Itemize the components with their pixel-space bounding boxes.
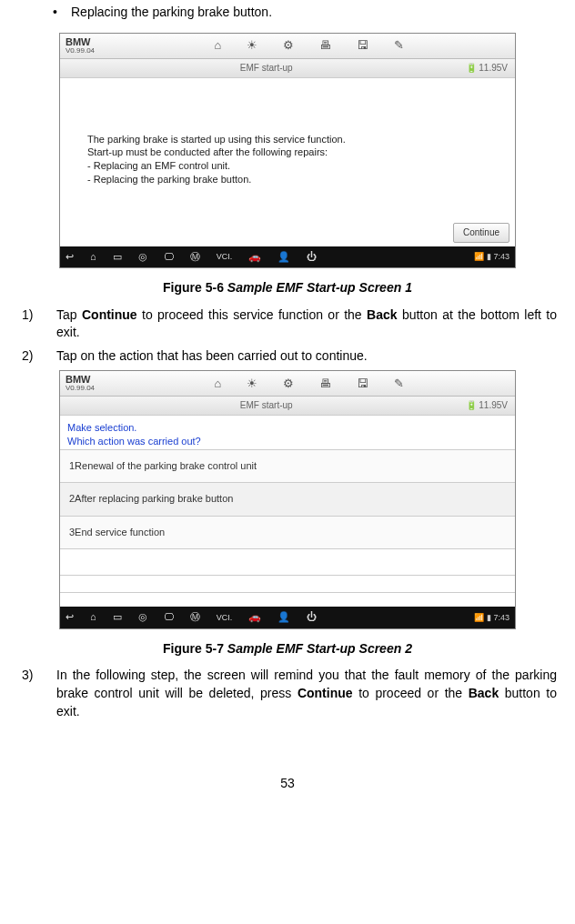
save-icon[interactable]: 🖫 bbox=[357, 37, 368, 54]
back-icon[interactable]: ↩ bbox=[66, 610, 74, 624]
m-icon[interactable]: Ⓜ bbox=[190, 610, 200, 624]
vci-label[interactable]: VCI. bbox=[217, 251, 233, 263]
battery-voltage: 🔋 11.95V bbox=[466, 62, 508, 75]
time-value: 7:43 bbox=[493, 613, 509, 622]
power-icon[interactable]: ⏻ bbox=[307, 610, 317, 624]
step-body: In the following step, the screen will r… bbox=[56, 667, 557, 720]
figure-5-7-caption: Figure 5-7 Sample EMF Start-up Screen 2 bbox=[18, 640, 557, 658]
pencil-icon[interactable]: ✎ bbox=[394, 376, 404, 392]
vci-label[interactable]: VCI. bbox=[217, 612, 233, 624]
subbar-title: EMF start-up bbox=[240, 62, 293, 75]
prompt-line2: Which action was carried out? bbox=[67, 435, 508, 447]
recent-icon[interactable]: ▭ bbox=[113, 250, 122, 264]
option-row-1[interactable]: 1Renewal of the parking brake control un… bbox=[60, 449, 515, 482]
app-top-toolbar: BMW V0.99.04 ⌂ ☀ ⚙ 🖶 🖫 ✎ bbox=[60, 34, 515, 59]
figure-5-6-screenshot: BMW V0.99.04 ⌂ ☀ ⚙ 🖶 🖫 ✎ EMF start-up 🔋 … bbox=[59, 33, 516, 268]
step-3: 3) In the following step, the screen wil… bbox=[18, 667, 557, 720]
sun-icon[interactable]: ☀ bbox=[247, 37, 257, 54]
step-body: Tap on the action that has been carried … bbox=[56, 347, 557, 366]
option-row-2[interactable]: 2After replacing parking brake button bbox=[60, 482, 515, 515]
step-marker: 1) bbox=[18, 306, 56, 342]
version-label: V0.99.04 bbox=[66, 385, 95, 392]
selection-prompt: Make selection. Which action was carried… bbox=[60, 416, 515, 449]
step-body: Tap Continue to proceed this service fun… bbox=[56, 306, 557, 342]
screenshot-body: Make selection. Which action was carried… bbox=[60, 416, 515, 607]
car-icon[interactable]: 🚗 bbox=[248, 610, 261, 624]
devices-icon[interactable]: 🖵 bbox=[164, 250, 174, 264]
step-1: 1) Tap Continue to proceed this service … bbox=[18, 306, 557, 342]
vehicle-brand-block: BMW V0.99.04 bbox=[66, 375, 95, 392]
subbar-title: EMF start-up bbox=[240, 399, 293, 412]
caption-prefix: Figure 5-7 bbox=[163, 641, 224, 656]
continue-word: Continue bbox=[298, 686, 353, 700]
toolbar-icon-row: ⌂ ☀ ⚙ 🖶 🖫 ✎ bbox=[109, 376, 509, 392]
vehicle-brand-block: BMW V0.99.04 bbox=[66, 37, 95, 55]
back-word: Back bbox=[469, 686, 499, 700]
continue-word: Continue bbox=[82, 307, 137, 322]
recent-icon[interactable]: ▭ bbox=[113, 610, 122, 624]
caption-text: Sample EMF Start-up Screen 2 bbox=[227, 641, 412, 656]
pencil-icon[interactable]: ✎ bbox=[394, 37, 404, 54]
screenshot-body: The parking brake is started up using th… bbox=[60, 78, 515, 246]
line3: - Replacing an EMF control unit. bbox=[87, 159, 488, 173]
back-icon[interactable]: ↩ bbox=[66, 250, 74, 264]
line4: - Replacing the parking brake button. bbox=[87, 173, 488, 186]
voltage-value: 11.95V bbox=[479, 400, 508, 410]
app-sub-bar: EMF start-up 🔋 11.95V bbox=[60, 397, 515, 416]
t: Tap bbox=[56, 307, 82, 322]
back-word: Back bbox=[367, 307, 397, 322]
step-2: 2) Tap on the action that has been carri… bbox=[18, 347, 557, 366]
save-icon[interactable]: 🖫 bbox=[357, 376, 368, 392]
person-icon[interactable]: 👤 bbox=[277, 250, 290, 264]
caption-text: Sample EMF Start-up Screen 1 bbox=[227, 280, 412, 295]
chrome-icon[interactable]: ◎ bbox=[138, 250, 147, 264]
bullet-marker: • bbox=[53, 4, 71, 22]
car-icon[interactable]: 🚗 bbox=[248, 250, 261, 264]
status-time: 📶 ▮ 7:43 bbox=[474, 612, 509, 624]
prompt-line1: Make selection. bbox=[67, 421, 508, 434]
gear-icon[interactable]: ⚙ bbox=[283, 37, 294, 54]
continue-button[interactable]: Continue bbox=[453, 223, 509, 243]
app-sub-bar: EMF start-up 🔋 11.95V bbox=[60, 59, 515, 78]
service-info-text: The parking brake is started up using th… bbox=[87, 133, 488, 186]
figure-5-6-caption: Figure 5-6 Sample EMF Start-up Screen 1 bbox=[18, 279, 557, 297]
bullet-text: Replacing the parking brake button. bbox=[71, 4, 272, 22]
home-icon[interactable]: ⌂ bbox=[90, 610, 96, 624]
power-icon[interactable]: ⏻ bbox=[307, 250, 317, 264]
blank-row bbox=[60, 548, 515, 575]
person-icon[interactable]: 👤 bbox=[277, 610, 290, 624]
bullet-item: • Replacing the parking brake button. bbox=[53, 4, 557, 22]
version-label: V0.99.04 bbox=[66, 47, 95, 55]
toolbar-icon-row: ⌂ ☀ ⚙ 🖶 🖫 ✎ bbox=[109, 37, 509, 54]
gear-icon[interactable]: ⚙ bbox=[283, 376, 294, 392]
option-row-3[interactable]: 3End service function bbox=[60, 516, 515, 548]
line2: Start-up must be conducted after the fol… bbox=[87, 146, 488, 159]
home-icon[interactable]: ⌂ bbox=[215, 37, 222, 54]
brand-label: BMW bbox=[66, 37, 95, 47]
page-number: 53 bbox=[18, 775, 557, 793]
step-marker: 2) bbox=[18, 347, 56, 366]
print-icon[interactable]: 🖶 bbox=[319, 376, 331, 392]
print-icon[interactable]: 🖶 bbox=[319, 37, 331, 54]
app-top-toolbar: BMW V0.99.04 ⌂ ☀ ⚙ 🖶 🖫 ✎ bbox=[60, 371, 515, 397]
devices-icon[interactable]: 🖵 bbox=[164, 610, 174, 624]
figure-5-7-screenshot: BMW V0.99.04 ⌂ ☀ ⚙ 🖶 🖫 ✎ EMF start-up 🔋 … bbox=[59, 370, 516, 628]
blank-row bbox=[60, 575, 515, 593]
system-bottom-bar: ↩ ⌂ ▭ ◎ 🖵 Ⓜ VCI. 🚗 👤 ⏻ 📶 ▮ 7:43 bbox=[60, 607, 515, 628]
voltage-value: 11.95V bbox=[479, 63, 508, 73]
home-icon[interactable]: ⌂ bbox=[215, 376, 222, 392]
t: to proceed or the bbox=[353, 686, 469, 700]
battery-voltage: 🔋 11.95V bbox=[466, 399, 508, 412]
system-bottom-bar: ↩ ⌂ ▭ ◎ 🖵 Ⓜ VCI. 🚗 👤 ⏻ 📶 ▮ 7:43 bbox=[60, 246, 515, 267]
home-icon[interactable]: ⌂ bbox=[90, 250, 96, 264]
status-time: 📶 ▮ 7:43 bbox=[474, 251, 509, 263]
time-value: 7:43 bbox=[493, 252, 509, 261]
sun-icon[interactable]: ☀ bbox=[247, 376, 257, 392]
chrome-icon[interactable]: ◎ bbox=[138, 610, 147, 624]
caption-prefix: Figure 5-6 bbox=[163, 280, 224, 295]
step-marker: 3) bbox=[18, 667, 56, 720]
m-icon[interactable]: Ⓜ bbox=[190, 250, 200, 264]
line1: The parking brake is started up using th… bbox=[87, 133, 488, 146]
t: to proceed this service function or the bbox=[137, 307, 367, 322]
